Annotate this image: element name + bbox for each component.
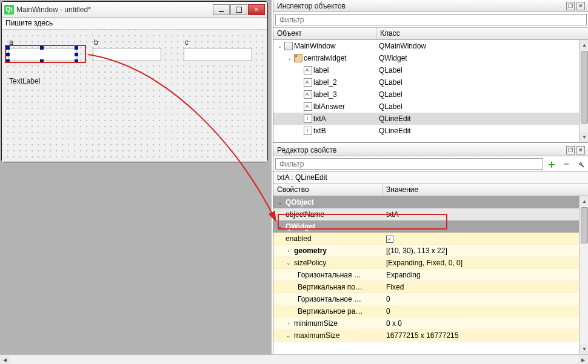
col-value[interactable]: Значение xyxy=(383,184,588,196)
chevron-down-icon[interactable]: ⌄ xyxy=(287,55,293,61)
remove-property-button[interactable]: − xyxy=(560,158,572,170)
label-icon xyxy=(304,78,312,87)
menu-bar[interactable]: Пишите здесь xyxy=(2,18,267,30)
prop-body[interactable]: ⌄QObject objectName txtA ⌄QWidget enable… xyxy=(273,196,588,354)
designer-pane: Qt MainWindow - untitled* Пишите здесь a… xyxy=(0,0,272,364)
row-geometry[interactable]: ›geometry [(10, 30), 113 x 22] xyxy=(273,245,588,257)
group-qwidget[interactable]: ⌄QWidget xyxy=(273,220,588,233)
label-icon xyxy=(304,66,312,74)
txtc-lineedit[interactable] xyxy=(184,48,252,61)
txtb-lineedit[interactable] xyxy=(93,48,161,61)
form-window: Qt MainWindow - untitled* Пишите здесь a… xyxy=(1,1,268,162)
settings-button[interactable] xyxy=(575,158,587,170)
horizontal-scrollbar[interactable]: ◀ ▶ xyxy=(0,354,588,364)
tree-row-label3[interactable]: label_3 QLabel xyxy=(273,88,588,101)
scroll-up-icon[interactable]: ▲ xyxy=(580,40,588,50)
chevron-down-icon[interactable]: ⌄ xyxy=(286,333,292,339)
tree-row-label[interactable]: label QLabel xyxy=(273,64,588,76)
tree-row-txta[interactable]: txtA QLineEdit xyxy=(273,113,588,125)
label-icon xyxy=(304,90,312,99)
label-icon xyxy=(304,102,312,111)
row-enabled[interactable]: enabled ✓ xyxy=(273,233,588,245)
group-qobject[interactable]: ⌄QObject xyxy=(273,196,588,208)
prop-title: Редактор свойств xyxy=(277,146,336,154)
undock-button[interactable]: ❐ xyxy=(566,2,575,10)
col-property[interactable]: Свойство xyxy=(273,184,383,196)
scroll-right-icon[interactable]: ▶ xyxy=(578,355,588,364)
col-class[interactable]: Класс xyxy=(376,28,588,39)
property-editor-panel: Редактор свойств ❐ ✕ ＋ − txtA : QLineEdi… xyxy=(273,144,588,364)
resize-handle-se[interactable] xyxy=(75,59,78,63)
row-minimumsize[interactable]: ›minimumSize 0 x 0 xyxy=(273,317,588,329)
enabled-checkbox[interactable]: ✓ xyxy=(386,236,393,243)
lineedit-icon xyxy=(304,127,312,135)
widget-icon xyxy=(294,54,302,62)
prop-scrollbar[interactable]: ▲ ▼ xyxy=(579,196,588,354)
chevron-down-icon[interactable]: ⌄ xyxy=(286,260,292,266)
close-panel-button[interactable]: ✕ xyxy=(576,2,585,10)
inspector-filter-row xyxy=(273,12,588,28)
row-vertpolicy[interactable]: Вертикальная по… Fixed xyxy=(273,281,588,293)
label-c[interactable]: c xyxy=(185,38,189,47)
row-sizepolicy[interactable]: ⌄sizePolicy [Expanding, Fixed, 0, 0] xyxy=(273,257,588,269)
window-titlebar[interactable]: Qt MainWindow - untitled* xyxy=(2,2,267,18)
row-objectname[interactable]: objectName txtA xyxy=(273,208,588,220)
resize-handle-ne[interactable] xyxy=(75,46,78,50)
tree-row-centralwidget[interactable]: ⌄centralwidget QWidget xyxy=(273,52,588,64)
chevron-right-icon[interactable]: › xyxy=(286,320,292,326)
wrench-icon xyxy=(576,160,585,168)
inspector-columns: Объект Класс xyxy=(273,28,588,40)
menu-placeholder[interactable]: Пишите здесь xyxy=(5,19,53,27)
row-maximumsize[interactable]: ⌄maximumSize 16777215 x 16777215 xyxy=(273,329,588,342)
label-a[interactable]: a xyxy=(9,38,13,47)
close-panel-button[interactable]: ✕ xyxy=(576,146,585,154)
right-dock: Инспектор объектов ❐ ✕ Объект Класс ⌄Mai… xyxy=(273,0,588,364)
tree-row-lblanswer[interactable]: lblAnswer QLabel xyxy=(273,101,588,113)
window-title: MainWindow - untitled* xyxy=(16,5,213,14)
chevron-down-icon[interactable]: ⌄ xyxy=(277,223,283,230)
inspector-header[interactable]: Инспектор объектов ❐ ✕ xyxy=(273,0,588,12)
undock-button[interactable]: ❐ xyxy=(566,146,575,154)
inspector-scrollbar[interactable]: ▲ ▼ xyxy=(579,40,588,142)
lblanswer-label[interactable]: TextLabel xyxy=(9,77,40,85)
prop-filter-input[interactable] xyxy=(275,158,543,170)
tree-row-label2[interactable]: label_2 QLabel xyxy=(273,76,588,88)
tree-row-mainwindow[interactable]: ⌄MainWindow QMainWindow xyxy=(273,40,588,52)
prop-filter-row: ＋ − xyxy=(273,156,588,172)
resize-handle-n[interactable] xyxy=(40,46,44,50)
close-button[interactable] xyxy=(248,4,265,15)
row-horizstretch[interactable]: Горизонтальное … 0 xyxy=(273,293,588,305)
minimize-button[interactable] xyxy=(213,4,230,15)
resize-handle-s[interactable] xyxy=(40,59,44,63)
inspector-tree[interactable]: ⌄MainWindow QMainWindow ⌄centralwidget Q… xyxy=(273,40,588,142)
chevron-down-icon[interactable]: ⌄ xyxy=(277,199,283,205)
scroll-down-icon[interactable]: ▼ xyxy=(580,344,588,354)
row-horizpolicy[interactable]: Горизонтальная … Expanding xyxy=(273,269,588,281)
resize-handle-nw[interactable] xyxy=(6,46,10,50)
scroll-thumb[interactable] xyxy=(581,51,588,124)
maximize-button[interactable] xyxy=(230,4,247,15)
col-object[interactable]: Объект xyxy=(273,28,376,39)
current-object-line: txtA : QLineEdit xyxy=(273,172,588,184)
resize-handle-w[interactable] xyxy=(6,53,10,56)
add-property-button[interactable]: ＋ xyxy=(546,158,558,170)
inspector-title: Инспектор объектов xyxy=(277,2,346,10)
scroll-up-icon[interactable]: ▲ xyxy=(580,196,588,206)
row-vertstretch[interactable]: Вертикальное ра… 0 xyxy=(273,305,588,317)
lineedit-icon xyxy=(304,114,312,123)
scroll-left-icon[interactable]: ◀ xyxy=(0,355,10,364)
scroll-thumb[interactable] xyxy=(581,207,588,243)
scroll-down-icon[interactable]: ▼ xyxy=(580,132,588,142)
tree-row-txtb[interactable]: txtB QLineEdit xyxy=(273,125,588,137)
qt-icon: Qt xyxy=(4,5,14,15)
chevron-right-icon[interactable]: › xyxy=(286,248,292,254)
prop-header[interactable]: Редактор свойств ❐ ✕ xyxy=(273,144,588,156)
form-canvas[interactable]: a b c TextLabel xyxy=(2,30,267,162)
label-b[interactable]: b xyxy=(94,38,98,47)
resize-handle-sw[interactable] xyxy=(6,59,10,63)
chevron-down-icon[interactable]: ⌄ xyxy=(277,43,283,49)
object-inspector-panel: Инспектор объектов ❐ ✕ Объект Класс ⌄Mai… xyxy=(273,0,588,143)
resize-handle-e[interactable] xyxy=(75,53,78,56)
inspector-filter-input[interactable] xyxy=(275,14,587,25)
window-icon xyxy=(284,42,293,50)
